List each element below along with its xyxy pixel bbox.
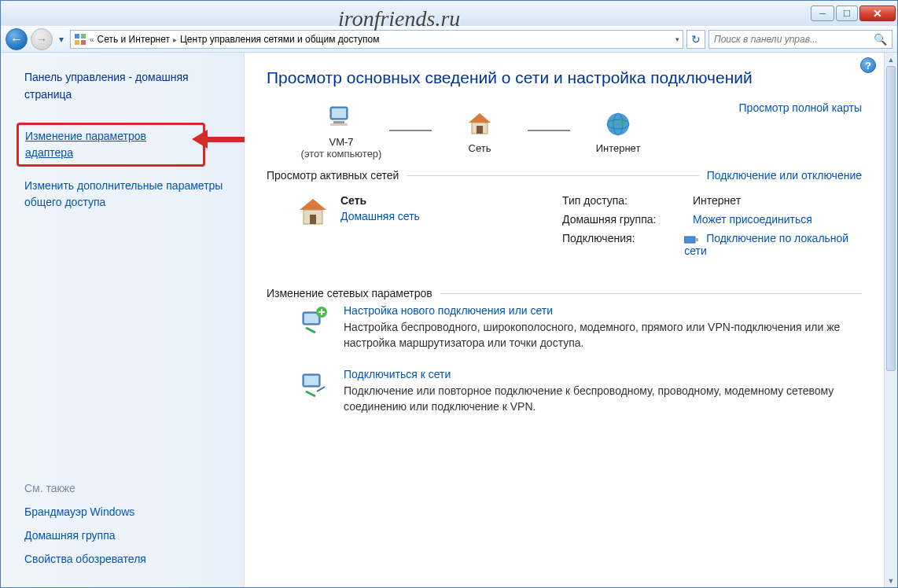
search-input[interactable]: [714, 34, 874, 45]
netmap-node-network[interactable]: Сеть: [436, 108, 523, 154]
access-type-value: Интернет: [693, 194, 741, 207]
see-also: См. также Брандмауэр Windows Домашняя гр…: [24, 482, 233, 576]
active-network-type-link[interactable]: Домашняя сеть: [340, 210, 420, 222]
house-icon: [295, 194, 331, 230]
minimize-button[interactable]: ─: [811, 6, 834, 21]
svg-rect-16: [310, 215, 316, 224]
new-connection-title[interactable]: Настройка нового подключения или сети: [344, 304, 862, 317]
globe-icon: [602, 108, 635, 141]
scroll-up-button[interactable]: ▲: [885, 53, 897, 66]
sidebar-link-firewall[interactable]: Брандмауэр Windows: [24, 505, 233, 518]
change-settings-section: Изменение сетевых параметров Настройка н…: [267, 282, 862, 414]
svg-rect-2: [75, 40, 79, 45]
new-connection-icon: [298, 304, 331, 337]
control-panel-icon: [74, 33, 86, 46]
window: ironfriends.ru ─ ☐ ✕ ← → ▾ « Сеть и Инте…: [0, 0, 898, 588]
network-map: VM-7 (этот компьютер) Сеть: [267, 101, 862, 160]
close-button[interactable]: ✕: [859, 6, 896, 21]
svg-marker-8: [469, 113, 491, 123]
netmap-node-computer-label: VM-7: [329, 136, 353, 148]
search-icon: 🔍: [874, 33, 887, 46]
sidebar-link-adapter[interactable]: Изменение параметров адаптера: [25, 128, 197, 161]
sidebar-link-inetopts[interactable]: Свойства обозревателя: [24, 553, 233, 565]
new-connection-desc: Настройка беспроводного, широкополосного…: [344, 320, 862, 351]
svg-point-11: [607, 113, 629, 135]
netmap-node-internet-label: Интернет: [596, 142, 641, 154]
view-full-map-link[interactable]: Просмотр полной карты: [739, 101, 862, 114]
navbar: ← → ▾ « Сеть и Интернет ▸ Центр управлен…: [1, 26, 897, 53]
breadcrumb-level2[interactable]: Центр управления сетями и общим доступом: [180, 34, 380, 45]
computer-icon: [325, 101, 358, 134]
nav-back-button[interactable]: ←: [6, 28, 28, 50]
content-area: Панель управления - домашняя страница Из…: [1, 53, 897, 587]
new-connection-item[interactable]: Настройка нового подключения или сети На…: [267, 304, 862, 351]
connections-value-link[interactable]: Подключение по локальной сети: [684, 232, 862, 257]
titlebar: ─ ☐ ✕: [1, 1, 897, 26]
change-settings-title: Изменение сетевых параметров: [267, 287, 432, 300]
netmap-node-computer-sub: (этот компьютер): [301, 148, 382, 160]
netmap-node-network-label: Сеть: [469, 142, 491, 154]
access-type-label: Тип доступа:: [562, 194, 693, 207]
scroll-thumb[interactable]: [886, 66, 896, 371]
see-also-header: См. также: [24, 482, 233, 494]
svg-rect-18: [695, 238, 698, 241]
nav-forward-button[interactable]: →: [31, 28, 53, 50]
svg-marker-14: [300, 199, 326, 210]
svg-rect-0: [75, 34, 79, 39]
nic-icon: [684, 234, 698, 244]
highlight-box: Изменение параметров адаптера: [17, 123, 205, 167]
homegroup-value-link[interactable]: Может присоединиться: [693, 213, 812, 226]
main-panel: ? Просмотр основных сведений о сети и на…: [245, 53, 884, 587]
svg-rect-23: [304, 376, 318, 385]
breadcrumb-sep1: «: [90, 35, 94, 44]
connections-label: Подключения:: [562, 232, 684, 257]
connect-network-title[interactable]: Подключиться к сети: [344, 368, 862, 380]
nav-history-dropdown[interactable]: ▾: [56, 30, 67, 49]
netmap-connector: [389, 130, 432, 131]
connect-network-item[interactable]: Подключиться к сети Подключение или повт…: [267, 368, 862, 414]
sidebar-home-link[interactable]: Панель управления - домашняя страница: [24, 68, 233, 104]
help-icon[interactable]: ?: [860, 57, 876, 73]
connect-disconnect-link[interactable]: Подключение или отключение: [707, 169, 862, 182]
page-heading: Просмотр основных сведений о сети и наст…: [267, 68, 862, 87]
homegroup-label: Домашняя группа:: [562, 213, 693, 226]
sidebar-link-sharing[interactable]: Изменить дополнительные параметры общего…: [24, 178, 233, 211]
scrollbar[interactable]: ▲ ▼: [884, 53, 897, 587]
active-networks-title: Просмотр активных сетей: [267, 169, 399, 182]
svg-rect-3: [81, 40, 86, 45]
svg-rect-1: [81, 34, 86, 39]
breadcrumb-level1[interactable]: Сеть и Интернет: [98, 34, 170, 45]
netmap-node-internet[interactable]: Интернет: [575, 108, 661, 154]
svg-rect-5: [332, 108, 346, 118]
sidebar-link-homegroup[interactable]: Домашняя группа: [24, 529, 233, 542]
breadcrumb-sep2: ▸: [173, 35, 177, 44]
refresh-button[interactable]: ↻: [686, 30, 705, 49]
connect-network-icon: [298, 368, 331, 401]
svg-rect-6: [333, 121, 344, 123]
scroll-track[interactable]: [885, 66, 897, 574]
maximize-button[interactable]: ☐: [836, 6, 858, 21]
connect-network-desc: Подключение или повторное подключение к …: [344, 384, 862, 414]
house-icon: [463, 108, 496, 141]
search-box[interactable]: 🔍: [708, 30, 892, 49]
address-bar[interactable]: « Сеть и Интернет ▸ Центр управления сет…: [70, 30, 683, 49]
svg-rect-10: [477, 126, 483, 134]
svg-rect-17: [684, 237, 695, 243]
sidebar: Панель управления - домашняя страница Из…: [1, 53, 245, 587]
address-dropdown-icon[interactable]: ▾: [675, 35, 679, 43]
svg-rect-20: [304, 314, 318, 323]
active-networks-section: Просмотр активных сетей Подключение или …: [267, 169, 862, 274]
netmap-connector: [528, 130, 570, 131]
svg-rect-7: [330, 123, 348, 126]
scroll-down-button[interactable]: ▼: [885, 574, 897, 587]
netmap-node-computer[interactable]: VM-7 (этот компьютер): [298, 101, 385, 160]
active-network-name: Сеть: [340, 194, 420, 207]
